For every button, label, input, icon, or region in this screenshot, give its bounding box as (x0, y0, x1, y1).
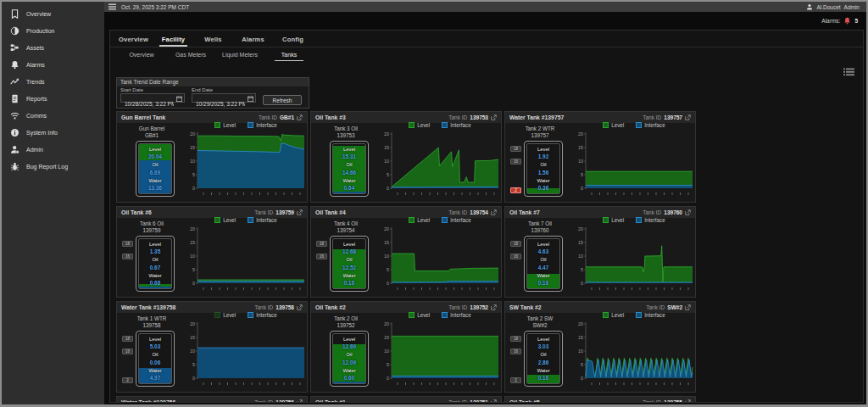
svg-text:0: 0 (387, 376, 389, 381)
tank-trend-chart: 05101520 (185, 222, 307, 297)
user-menu[interactable]: Al.Doucet Admin (806, 3, 866, 10)
tank-id-value: 139752 (470, 304, 488, 310)
sidebar-item-label: Assets (26, 45, 44, 51)
tank-card: Oil Tank #7 Tank ID 139760 Tank 7 Oil 13… (504, 206, 696, 298)
tank-setpoint-badge: 18 (510, 241, 521, 247)
tank-setpoint-badge: 18 (316, 241, 327, 247)
sidebar-item-reports[interactable]: Reports (2, 90, 104, 107)
sidebar-item-admin[interactable]: Admin (2, 141, 104, 158)
subtab-overview[interactable]: Overview (117, 48, 166, 62)
sidebar-item-comms[interactable]: Comms (2, 107, 104, 124)
open-detail-icon[interactable] (685, 209, 691, 215)
level-value: 4.63 (538, 248, 548, 254)
tank-setpoint-badge: 18 (122, 336, 133, 342)
tank-id-group: Tank ID 139757 (643, 114, 691, 120)
tank-setpoint-badge: 18 (122, 241, 133, 247)
calendar-icon[interactable] (176, 96, 182, 102)
app-window: Overview Production Assets Alarms Trends… (0, 0, 868, 407)
tank-card: Water Tank #139757 Tank ID 139757 Tank 2… (504, 111, 696, 203)
tank-setpoint-badge: 16 (122, 348, 133, 354)
tank-id-value: 139753 (470, 114, 488, 120)
tab-wells[interactable]: Wells (193, 32, 233, 47)
tank-graphic: Level 1.35 Oil 0.67 Water 0.68 (136, 236, 175, 292)
level-label: Level (149, 337, 161, 342)
open-detail-icon[interactable] (685, 304, 691, 310)
tank-trend-chart: 05101520 (379, 222, 501, 297)
sidebar-item-bug-report-log[interactable]: Bug Report Log (2, 158, 104, 175)
subtab-liquid-meters[interactable]: Liquid Meters (215, 48, 264, 62)
sidebar-item-production[interactable]: Production (2, 22, 104, 39)
subtab-tanks[interactable]: Tanks (264, 48, 314, 62)
open-detail-icon[interactable] (297, 304, 303, 310)
main-tabs: OverviewFacilityWellsAlarmsConfig (114, 32, 313, 47)
svg-text:15: 15 (190, 145, 195, 150)
tank-setpoint-badge: 16 (510, 254, 521, 259)
sidebar-item-assets[interactable]: Assets (2, 39, 104, 56)
list-view-icon[interactable] (843, 64, 854, 73)
water-value: 0.36 (538, 185, 548, 191)
tank-card: Oil Tank #5 Tank ID 139755 (504, 396, 696, 403)
tank-graphic: Level 5.03 Oil 0.06 Water 4.97 (136, 331, 175, 387)
tab-config[interactable]: Config (273, 32, 313, 47)
open-detail-icon[interactable] (491, 114, 497, 120)
tab-alarms[interactable]: Alarms (233, 32, 273, 47)
main-panel: OverviewFacilityWellsAlarmsConfig Overvi… (109, 30, 864, 403)
svg-text:15: 15 (578, 240, 583, 245)
sidebar-item-label: Production (26, 28, 54, 34)
menu-icon[interactable] (108, 3, 116, 10)
admin-icon (10, 145, 19, 154)
sidebar-item-trends[interactable]: Trends (2, 73, 104, 90)
svg-text:5: 5 (387, 267, 389, 272)
svg-text:10: 10 (384, 348, 389, 354)
subtab-gas-meters[interactable]: Gas Meters (166, 48, 215, 62)
oil-value: 2.86 (538, 360, 548, 365)
svg-text:5: 5 (192, 362, 195, 367)
open-detail-icon[interactable] (297, 114, 303, 120)
tank-trend-chart: 05101520 (185, 127, 307, 202)
open-detail-icon[interactable] (685, 114, 691, 120)
system-info-icon (10, 128, 19, 137)
svg-text:5: 5 (192, 172, 195, 177)
tank-id-group: Tank ID 139754 (448, 209, 497, 215)
water-value: 0.16 (344, 280, 354, 286)
open-detail-icon[interactable] (491, 209, 497, 215)
open-detail-icon[interactable] (491, 304, 497, 310)
sidebar-item-label: Overview (26, 11, 51, 17)
oil-label: Oil (152, 257, 158, 262)
refresh-button[interactable]: Refresh (263, 95, 302, 105)
tank-name: Tank 6 Oil 139759 (117, 220, 186, 233)
tank-id-group: Tank ID 139759 (254, 209, 303, 215)
svg-text:20: 20 (578, 226, 583, 231)
tank-trend-chart: 05101520 (573, 127, 695, 202)
alarm-count[interactable]: 5 (854, 18, 858, 24)
oil-value: 12.09 (342, 360, 356, 365)
oil-value: 12.52 (342, 265, 356, 270)
svg-text:5: 5 (581, 362, 583, 367)
reports-icon (10, 94, 19, 103)
end-date-input[interactable] (192, 100, 255, 108)
tank-id-value: 139757 (664, 114, 682, 120)
tank-id-label: Tank ID (448, 304, 467, 310)
oil-value: 0.06 (150, 360, 160, 365)
start-date-input[interactable] (121, 100, 184, 108)
tank-setpoint-badge: 16 (122, 254, 133, 259)
tank-name: Tank 2 WTR 139757 (505, 125, 575, 138)
tank-id-value: GB#1 (280, 114, 294, 120)
water-value: 4.97 (150, 375, 160, 381)
level-label: Level (343, 337, 355, 342)
sidebar-item-label: Bug Report Log (26, 164, 68, 170)
bug-report-icon (10, 162, 19, 171)
water-value: 0.64 (344, 185, 354, 191)
calendar-icon[interactable] (248, 96, 253, 102)
sidebar-item-system-info[interactable]: System Info (2, 124, 104, 141)
open-detail-icon[interactable] (297, 209, 303, 215)
tab-overview[interactable]: Overview (114, 32, 153, 47)
level-value: 15.31 (342, 153, 356, 159)
sidebar-item-overview[interactable]: Overview (2, 5, 104, 22)
sidebar-item-alarms[interactable]: Alarms (2, 56, 104, 73)
water-label: Water (537, 178, 549, 183)
level-label: Level (149, 242, 161, 247)
tab-facility[interactable]: Facility (153, 32, 193, 47)
svg-text:20: 20 (384, 131, 389, 137)
svg-text:10: 10 (384, 159, 389, 164)
